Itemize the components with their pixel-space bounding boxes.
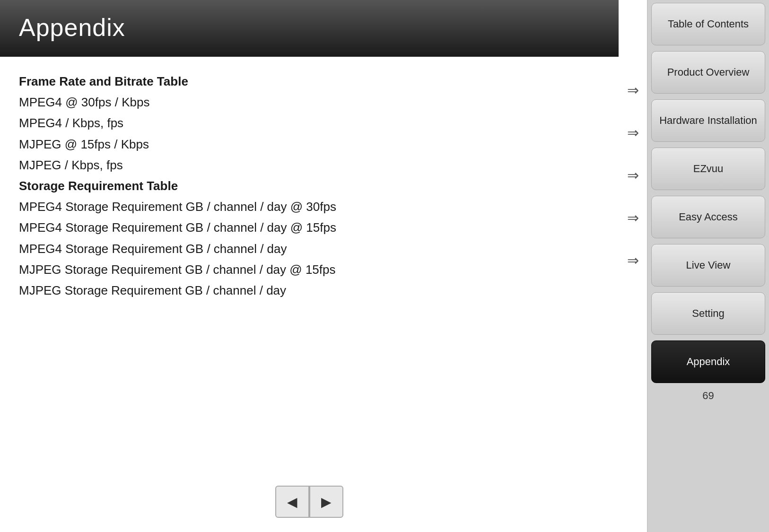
list-item: MPEG4 Storage Requirement GB / channel /…	[19, 217, 600, 238]
arrow-row: ⇒	[627, 154, 639, 196]
arrow-icon: ⇒	[627, 252, 639, 269]
arrow-icon: ⇒	[627, 82, 639, 98]
arrow-row: ⇒	[627, 239, 639, 281]
arrow-row: ⇒	[627, 196, 639, 239]
sidebar-btn-appendix[interactable]: Appendix	[651, 340, 765, 383]
list-item: MJPEG / Kbps, fps	[19, 155, 600, 175]
arrow-icon: ⇒	[627, 124, 639, 141]
sidebar: Table of ContentsProduct OverviewHardwar…	[647, 0, 769, 532]
sidebar-btn-setting[interactable]: Setting	[651, 292, 765, 335]
sidebar-btn-live-view[interactable]: Live View	[651, 244, 765, 287]
arrow-row: ⇒	[627, 111, 639, 154]
sidebar-btn-table-of-contents[interactable]: Table of Contents	[651, 3, 765, 45]
header-banner: Appendix	[0, 0, 619, 57]
list-item: MJPEG Storage Requirement GB / channel /…	[19, 280, 600, 301]
next-button[interactable]: ▶	[309, 486, 343, 518]
list-item: MJPEG @ 15fps / Kbps	[19, 134, 600, 155]
list-item: Storage Requirement Table	[19, 175, 600, 196]
sidebar-btn-hardware-installation[interactable]: Hardware Installation	[651, 99, 765, 142]
arrow-row: ⇒	[627, 69, 639, 111]
sidebar-btn-product-overview[interactable]: Product Overview	[651, 51, 765, 94]
arrow-icon: ⇒	[627, 209, 639, 226]
sidebar-btn-easy-access[interactable]: Easy Access	[651, 196, 765, 238]
list-item: MPEG4 Storage Requirement GB / channel /…	[19, 238, 600, 259]
list-item: Frame Rate and Bitrate Table	[19, 71, 600, 92]
arrows-column: ⇒⇒⇒⇒⇒	[619, 0, 647, 532]
sidebar-btn-ezvuu[interactable]: EZvuu	[651, 148, 765, 190]
bottom-navigation: ◀ ▶	[0, 476, 619, 532]
page-number: 69	[647, 386, 769, 409]
list-item: MJPEG Storage Requirement GB / channel /…	[19, 259, 600, 280]
main-content: Appendix Frame Rate and Bitrate TableMPE…	[0, 0, 619, 532]
content-list: Frame Rate and Bitrate TableMPEG4 @ 30fp…	[19, 71, 600, 301]
list-item: MPEG4 Storage Requirement GB / channel /…	[19, 196, 600, 217]
arrow-icon: ⇒	[627, 167, 639, 183]
list-item: MPEG4 / Kbps, fps	[19, 113, 600, 133]
prev-button[interactable]: ◀	[275, 486, 309, 518]
page-title: Appendix	[19, 13, 125, 42]
content-body: Frame Rate and Bitrate TableMPEG4 @ 30fp…	[0, 57, 619, 476]
list-item: MPEG4 @ 30fps / Kbps	[19, 92, 600, 113]
